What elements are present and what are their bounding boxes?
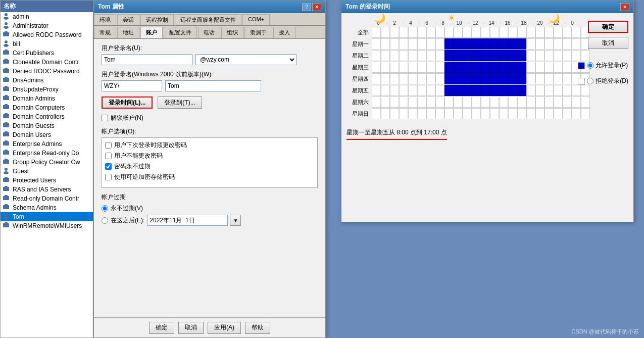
list-item[interactable]: Schema Admins xyxy=(1,203,93,212)
time-cell[interactable] xyxy=(508,108,517,119)
time-cell[interactable] xyxy=(526,38,535,50)
logon-hours-button[interactable]: 登录时间(L)... xyxy=(102,96,153,109)
time-cell[interactable] xyxy=(535,85,544,96)
time-cell[interactable] xyxy=(472,27,481,38)
time-cell[interactable] xyxy=(426,108,435,119)
time-cell[interactable] xyxy=(372,50,381,61)
time-cell[interactable] xyxy=(481,85,490,96)
expires-date-input[interactable] xyxy=(147,215,228,226)
time-cell[interactable] xyxy=(372,108,381,119)
time-cell[interactable] xyxy=(426,38,435,50)
time-cell[interactable] xyxy=(481,50,490,61)
time-cell[interactable] xyxy=(554,50,563,61)
time-cell[interactable] xyxy=(581,50,590,61)
list-item[interactable]: Denied RODC Password xyxy=(1,67,93,76)
time-cell[interactable] xyxy=(463,38,472,50)
time-cell[interactable] xyxy=(408,73,417,84)
tab-item[interactable]: COM+ xyxy=(242,14,270,25)
time-cell[interactable] xyxy=(444,96,454,108)
time-cell[interactable] xyxy=(472,62,481,73)
time-cell[interactable] xyxy=(481,108,490,119)
time-cell[interactable] xyxy=(526,27,535,38)
time-cell[interactable] xyxy=(572,27,581,38)
time-cell[interactable] xyxy=(490,62,499,73)
time-cell[interactable] xyxy=(454,96,463,108)
time-cell[interactable] xyxy=(426,85,435,96)
time-cell[interactable] xyxy=(490,108,499,119)
list-item[interactable]: Domain Admins xyxy=(1,94,93,103)
time-cell[interactable] xyxy=(390,96,399,108)
应用(A)-button[interactable]: 应用(A) xyxy=(208,322,241,334)
time-cell[interactable] xyxy=(544,85,554,96)
list-item[interactable]: Domain Computers xyxy=(1,103,93,112)
time-cell[interactable] xyxy=(390,62,399,73)
time-cell[interactable] xyxy=(417,27,426,38)
time-cell[interactable] xyxy=(399,96,408,108)
option-checkbox[interactable] xyxy=(105,142,112,149)
time-cell[interactable] xyxy=(399,50,408,61)
time-cell[interactable] xyxy=(444,62,454,73)
time-cell[interactable] xyxy=(399,85,408,96)
time-cell[interactable] xyxy=(535,73,544,84)
time-cell[interactable] xyxy=(499,27,508,38)
time-cell[interactable] xyxy=(390,73,399,84)
time-cell[interactable] xyxy=(535,50,544,61)
帮助-button[interactable]: 帮助 xyxy=(245,322,270,334)
time-cell[interactable] xyxy=(526,73,535,84)
time-cell[interactable] xyxy=(426,96,435,108)
time-cell[interactable] xyxy=(426,62,435,73)
time-cell[interactable] xyxy=(508,62,517,73)
time-cell[interactable] xyxy=(381,108,390,119)
time-cell[interactable] xyxy=(499,73,508,84)
list-item[interactable]: DnsUpdateProxy xyxy=(1,85,93,94)
time-cell[interactable] xyxy=(472,73,481,84)
time-cell[interactable] xyxy=(544,108,554,119)
time-cell[interactable] xyxy=(390,108,399,119)
time-cell[interactable] xyxy=(454,38,463,50)
time-cell[interactable] xyxy=(435,108,444,119)
list-item[interactable]: Tom xyxy=(1,212,93,221)
time-cell[interactable] xyxy=(417,50,426,61)
time-cell[interactable] xyxy=(544,27,554,38)
time-cell[interactable] xyxy=(435,27,444,38)
time-cell[interactable] xyxy=(435,73,444,84)
确定-button[interactable]: 确定 xyxy=(149,322,174,334)
time-cell[interactable] xyxy=(472,85,481,96)
time-cell[interactable] xyxy=(563,50,572,61)
time-cell[interactable] xyxy=(563,73,572,84)
time-cell[interactable] xyxy=(526,96,535,108)
time-cell[interactable] xyxy=(472,96,481,108)
time-cell[interactable] xyxy=(499,96,508,108)
option-checkbox[interactable] xyxy=(105,163,112,170)
list-item[interactable]: Guest xyxy=(1,167,93,176)
time-cell[interactable] xyxy=(544,73,554,84)
time-cell[interactable] xyxy=(381,96,390,108)
list-item[interactable]: Cloneable Domain Contr xyxy=(1,58,93,67)
time-cell[interactable] xyxy=(408,96,417,108)
time-cell[interactable] xyxy=(535,96,544,108)
time-cell[interactable] xyxy=(463,73,472,84)
list-item[interactable]: Cert Publishers xyxy=(1,49,93,58)
time-cell[interactable] xyxy=(554,38,563,50)
time-cell[interactable] xyxy=(508,50,517,61)
time-cell[interactable] xyxy=(390,27,399,38)
list-item[interactable]: Domain Controllers xyxy=(1,112,93,121)
time-cell[interactable] xyxy=(435,38,444,50)
time-cell[interactable] xyxy=(463,108,472,119)
option-checkbox[interactable] xyxy=(105,174,112,180)
time-cell[interactable] xyxy=(399,62,408,73)
time-cell[interactable] xyxy=(508,38,517,50)
time-cell[interactable] xyxy=(490,50,499,61)
time-cell[interactable] xyxy=(444,73,454,84)
list-item[interactable]: Administrator xyxy=(1,21,93,30)
time-cell[interactable] xyxy=(417,108,426,119)
time-cell[interactable] xyxy=(544,50,554,61)
time-cell[interactable] xyxy=(454,108,463,119)
unlock-checkbox[interactable] xyxy=(102,115,108,121)
time-cell[interactable] xyxy=(517,38,526,50)
time-cell[interactable] xyxy=(381,50,390,61)
time-cell[interactable] xyxy=(526,85,535,96)
confirm-button[interactable]: 确定 xyxy=(588,21,628,33)
time-cell[interactable] xyxy=(481,62,490,73)
time-cell[interactable] xyxy=(581,85,590,96)
